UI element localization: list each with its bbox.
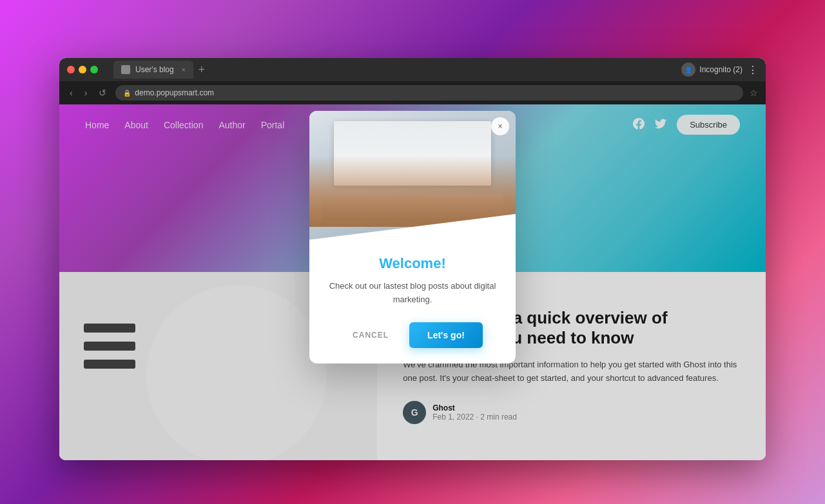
new-tab-button[interactable]: + bbox=[199, 63, 206, 77]
back-button[interactable]: ‹ bbox=[67, 86, 75, 99]
browser-menu-button[interactable]: ⋮ bbox=[748, 64, 758, 76]
url-text: demo.popupsmart.com bbox=[135, 88, 214, 97]
browser-window: User's blog × + 👤 Incognito (2) ⋮ ‹ › ↺ … bbox=[59, 58, 766, 460]
title-bar: User's blog × + 👤 Incognito (2) ⋮ bbox=[59, 58, 766, 81]
popup-image bbox=[309, 111, 516, 240]
website-content: Home About Collection Author Portal Subs… bbox=[59, 104, 766, 460]
url-field[interactable]: 🔒 demo.popupsmart.com bbox=[115, 85, 743, 101]
bookmark-icon[interactable]: ☆ bbox=[750, 88, 758, 98]
popup-close-button[interactable]: × bbox=[491, 117, 509, 135]
cancel-button[interactable]: CANCEL bbox=[342, 324, 399, 346]
tab-favicon bbox=[121, 65, 130, 74]
tab-title: User's blog bbox=[135, 65, 174, 74]
active-tab[interactable]: User's blog × bbox=[113, 61, 193, 79]
forward-button[interactable]: › bbox=[82, 86, 90, 99]
lets-go-button[interactable]: Let's go! bbox=[409, 322, 483, 348]
tab-bar: User's blog × + bbox=[113, 61, 676, 79]
title-bar-right: 👤 Incognito (2) ⋮ bbox=[681, 63, 758, 77]
popup-title: Welcome! bbox=[327, 255, 498, 272]
address-bar-actions: ☆ bbox=[750, 88, 758, 98]
popup-description: Check out our lastest blog posts about d… bbox=[327, 280, 498, 307]
incognito-badge: 👤 Incognito (2) bbox=[681, 63, 742, 77]
lock-icon: 🔒 bbox=[123, 90, 131, 97]
tab-close-button[interactable]: × bbox=[182, 66, 186, 73]
address-bar: ‹ › ↺ 🔒 demo.popupsmart.com ☆ bbox=[59, 81, 766, 104]
incognito-label: Incognito (2) bbox=[699, 65, 742, 74]
close-window-button[interactable] bbox=[67, 66, 75, 73]
incognito-icon: 👤 bbox=[681, 63, 695, 77]
refresh-button[interactable]: ↺ bbox=[96, 86, 109, 99]
maximize-window-button[interactable] bbox=[90, 66, 98, 73]
minimize-window-button[interactable] bbox=[79, 66, 86, 73]
popup-body: Welcome! Check out our lastest blog post… bbox=[309, 240, 516, 363]
popup-modal: × Welcome! Check out our lastest blog po… bbox=[309, 111, 516, 363]
traffic-lights bbox=[67, 66, 98, 73]
popup-overlay: × Welcome! Check out our lastest blog po… bbox=[59, 104, 766, 460]
popup-actions: CANCEL Let's go! bbox=[327, 322, 498, 348]
